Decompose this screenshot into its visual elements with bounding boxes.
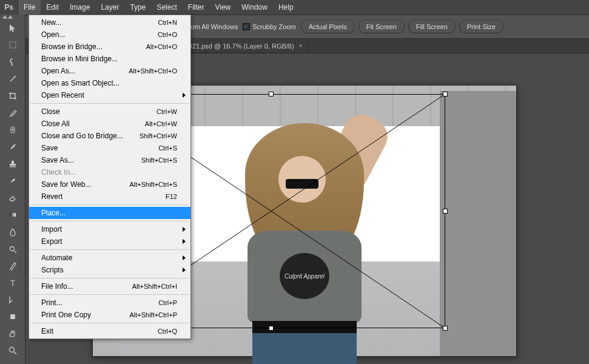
tool-shape-icon[interactable]: [4, 309, 21, 324]
menu-item-print-one-copy[interactable]: Print One CopyAlt+Shift+Ctrl+P: [29, 309, 190, 321]
tool-pen-icon[interactable]: [4, 258, 21, 273]
menu-item-export[interactable]: Export: [29, 235, 190, 248]
menu-item-check-in: Check In...: [29, 166, 190, 178]
menu-item-open[interactable]: Open...Ctrl+O: [29, 29, 190, 41]
svg-rect-0: [10, 42, 16, 48]
menu-type[interactable]: Type: [124, 0, 151, 15]
scrubby-zoom-checkbox[interactable]: ✓Scrubby Zoom: [243, 23, 296, 30]
menu-select[interactable]: Select: [151, 0, 182, 15]
menu-item-place[interactable]: Place...: [29, 207, 190, 219]
svg-point-9: [9, 348, 14, 352]
submenu-arrow-icon: [183, 268, 186, 272]
tool-marquee-icon[interactable]: [4, 38, 21, 52]
handle-mr[interactable]: [443, 209, 448, 214]
menu-item-import[interactable]: Import: [29, 223, 190, 235]
tool-gradient-icon[interactable]: [4, 207, 21, 222]
tool-blur-icon[interactable]: [4, 224, 21, 239]
menu-item-new[interactable]: New...Ctrl+N: [29, 16, 190, 29]
menu-item-scripts[interactable]: Scripts: [29, 264, 190, 276]
menu-edit[interactable]: Edit: [41, 0, 64, 15]
svg-rect-4: [10, 213, 16, 217]
submenu-arrow-icon: [183, 255, 186, 260]
tool-zoom-icon[interactable]: [4, 343, 21, 358]
menu-separator: [30, 103, 189, 104]
tool-path-icon[interactable]: [4, 292, 21, 307]
opt-btn-fit-screen[interactable]: Fit Screen: [358, 20, 405, 33]
menu-item-browse-in-mini-bridge[interactable]: Browse in Mini Bridge...: [29, 53, 190, 65]
menu-separator: [30, 278, 189, 278]
tool-history-icon[interactable]: [4, 174, 21, 188]
menu-separator: [30, 204, 189, 205]
tool-type-icon[interactable]: T: [4, 275, 21, 290]
menu-file[interactable]: File: [18, 0, 41, 15]
menu-item-print[interactable]: Print...Ctrl+P: [29, 297, 190, 309]
menu-view[interactable]: View: [209, 0, 236, 15]
tool-wand-icon[interactable]: [4, 72, 21, 86]
menu-separator: [30, 221, 189, 221]
menubar: Ps FileEditImageLayerTypeSelectFilterVie…: [0, 0, 589, 15]
menu-item-exit[interactable]: ExitCtrl+Q: [29, 325, 190, 337]
opt-btn-print-size[interactable]: Print Size: [459, 20, 503, 33]
handle-tc[interactable]: [269, 92, 274, 96]
svg-line-10: [14, 352, 16, 354]
svg-line-6: [14, 251, 16, 253]
opt-btn-actual-pixels[interactable]: Actual Pixels: [301, 20, 355, 33]
file-menu-dropdown: New...Ctrl+NOpen...Ctrl+OBrowse in Bridg…: [29, 15, 191, 339]
menu-item-open-as[interactable]: Open As...Alt+Shift+Ctrl+O: [29, 65, 190, 77]
menu-item-automate[interactable]: Automate: [29, 252, 190, 264]
tool-move-icon[interactable]: [4, 21, 21, 35]
svg-text:T: T: [10, 278, 15, 288]
menu-items: FileEditImageLayerTypeSelectFilterViewWi…: [18, 0, 299, 15]
menu-separator: [30, 294, 189, 295]
menu-layer[interactable]: Layer: [95, 0, 124, 15]
menu-item-revert[interactable]: RevertF12: [29, 190, 190, 203]
tool-healing-icon[interactable]: [4, 123, 21, 137]
menu-item-close-all[interactable]: Close AllAlt+Ctrl+W: [29, 118, 190, 130]
menu-item-browse-in-bridge[interactable]: Browse in Bridge...Alt+Ctrl+O: [29, 41, 190, 53]
tool-crop-icon[interactable]: [4, 89, 21, 103]
app-logo: Ps: [0, 0, 18, 15]
menu-item-close-and-go-to-bridge[interactable]: Close and Go to Bridge...Shift+Ctrl+W: [29, 130, 190, 142]
menu-image[interactable]: Image: [64, 0, 95, 15]
menu-item-save-for-web[interactable]: Save for Web...Alt+Shift+Ctrl+S: [29, 178, 190, 190]
svg-point-5: [10, 247, 14, 251]
submenu-arrow-icon: [183, 239, 186, 244]
tool-eraser-icon[interactable]: [4, 190, 21, 205]
menu-separator: [30, 249, 189, 250]
menu-item-save-as[interactable]: Save As...Shift+Ctrl+S: [29, 154, 190, 166]
menu-item-save[interactable]: SaveCtrl+S: [29, 142, 190, 154]
menu-filter[interactable]: Filter: [183, 0, 210, 15]
tool-dodge-icon[interactable]: [4, 241, 21, 256]
tool-stamp-icon[interactable]: [4, 157, 21, 171]
tool-lasso-icon[interactable]: [4, 55, 21, 69]
menu-window[interactable]: Window: [236, 0, 273, 15]
opt-btn-fill-screen[interactable]: Fill Screen: [408, 20, 456, 33]
tool-column: T: [0, 15, 25, 364]
tool-hand-icon[interactable]: [4, 326, 21, 341]
svg-rect-8: [10, 314, 15, 319]
tool-eyedropper-icon[interactable]: [4, 106, 21, 120]
handle-bc[interactable]: [269, 326, 274, 331]
submenu-arrow-icon: [183, 93, 186, 98]
menu-item-open-as-smart-object[interactable]: Open as Smart Object...: [29, 77, 190, 89]
menu-item-close[interactable]: CloseCtrl+W: [29, 106, 190, 118]
handle-br[interactable]: [443, 326, 448, 331]
menu-separator: [30, 323, 189, 323]
menu-item-file-info[interactable]: File Info...Alt+Shift+Ctrl+I: [29, 280, 190, 292]
tool-brush-icon[interactable]: [4, 140, 21, 154]
close-icon[interactable]: ×: [299, 42, 303, 49]
handle-tr[interactable]: [443, 92, 448, 96]
menu-item-open-recent[interactable]: Open Recent: [29, 89, 190, 101]
submenu-arrow-icon: [183, 227, 186, 232]
menu-help[interactable]: Help: [273, 0, 299, 15]
